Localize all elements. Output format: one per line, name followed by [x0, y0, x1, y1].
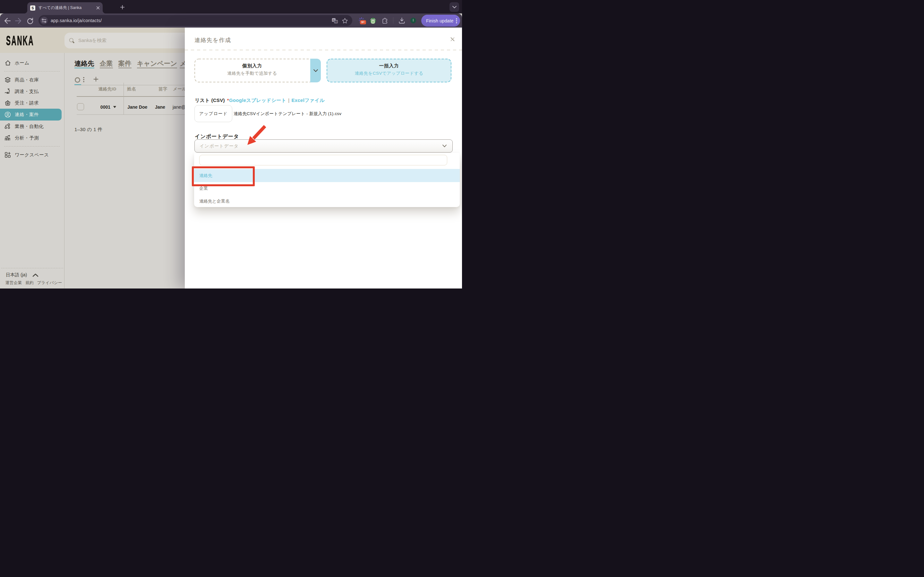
footer-link-privacy[interactable]: プライバシー: [37, 280, 62, 285]
column-header-first-name[interactable]: 苗字: [158, 86, 168, 92]
sidebar-item-label: 調達・支払: [15, 89, 39, 95]
cell-email[interactable]: jane@: [173, 103, 186, 111]
profile-avatar[interactable]: I: [410, 18, 416, 23]
address-bar[interactable]: app.sanka.io/ja/contacts/ G文: [39, 15, 352, 26]
tab-companies[interactable]: 企業: [100, 60, 113, 68]
cell-full-name[interactable]: Jane Doe: [128, 103, 147, 111]
sidebar-item-label: ホーム: [15, 60, 29, 66]
content-tabs: 連絡先 企業 案件 キャンペーン メ: [74, 60, 186, 68]
view-circle-icon[interactable]: [75, 77, 80, 83]
extension-badge: 9+: [360, 20, 366, 24]
annotation-rectangle: [192, 166, 255, 186]
sidebar-item-contacts-deals[interactable]: 連絡・案件: [0, 109, 61, 121]
site-settings-icon[interactable]: [40, 17, 48, 24]
tab-title: すべての連絡先 | Sanka: [39, 5, 96, 11]
extensions-puzzle-icon[interactable]: [381, 17, 389, 24]
finish-update-button[interactable]: Finish update: [421, 15, 460, 27]
chart-icon: [5, 135, 11, 141]
frog-extension-icon[interactable]: [369, 17, 376, 24]
sidebar-footer-divider: [1, 268, 63, 268]
individual-entry-subtitle: 連絡先を手動で追加する: [194, 71, 310, 76]
downloads-icon[interactable]: [398, 17, 405, 24]
translate-icon[interactable]: G文: [332, 18, 338, 23]
finish-update-label: Finish update: [426, 18, 453, 23]
upload-button[interactable]: アップロード: [194, 105, 232, 122]
browser-window: S すべての連絡先 | Sanka app.sanka.io/ja/contac…: [0, 0, 462, 288]
sidebar-footer-links: 運営企業 規約 プライバシー: [5, 280, 65, 285]
individual-entry-title: 個別入力: [194, 63, 310, 69]
modal-title-divider: [185, 50, 462, 50]
browser-menu-dots-icon[interactable]: [456, 18, 457, 23]
import-data-select[interactable]: インポートデータ: [194, 139, 453, 153]
column-header-full-name[interactable]: 姓名: [127, 86, 136, 92]
tab-strip-chevron-button[interactable]: [449, 2, 459, 12]
sidebar-item-orders-invoices[interactable]: 受注・請求: [0, 97, 64, 109]
tab-close-icon[interactable]: [96, 6, 100, 10]
contact-id-value: 0001: [100, 103, 110, 111]
modal-close-icon[interactable]: [450, 37, 455, 41]
new-tab-button[interactable]: [118, 2, 127, 12]
pagination-count: 1–30 の 1 件: [74, 127, 103, 133]
forward-button[interactable]: [15, 17, 22, 25]
modal-title: 連絡先を作成: [194, 36, 231, 44]
person-circle-icon: [5, 111, 11, 118]
cell-first-name[interactable]: Jane: [155, 103, 165, 111]
annotation-arrow: [244, 122, 270, 148]
sidebar-nav: ホーム 商品・在庫 調達・支払 受注・請求 連絡・案件: [0, 53, 64, 161]
individual-entry-option[interactable]: 個別入力 連絡先を手動で追加する: [194, 59, 321, 82]
sidebar-divider: [4, 146, 60, 147]
back-button[interactable]: [3, 17, 11, 25]
language-selector[interactable]: 日本語 (ja): [6, 272, 39, 278]
bulk-entry-option[interactable]: 一括入力 連絡先をCSVでアップロードする: [326, 59, 451, 82]
row-checkbox[interactable]: [77, 103, 84, 110]
row-expand-caret-icon[interactable]: [113, 106, 116, 108]
view-options-dots-icon[interactable]: [83, 77, 84, 82]
footer-link-company[interactable]: 運営企業: [5, 280, 22, 285]
layers-icon: [5, 77, 11, 83]
app-logo[interactable]: SANKA: [6, 36, 34, 45]
select-chevron-icon: [443, 145, 447, 147]
tab-campaigns[interactable]: キャンペーン: [137, 60, 177, 68]
search-icon: [69, 38, 75, 44]
browser-tab[interactable]: S すべての連絡先 | Sanka: [27, 2, 103, 13]
column-header-contact-id[interactable]: 連絡先ID: [83, 86, 116, 92]
sidebar-item-operations-automation[interactable]: 業務・自動化: [0, 121, 64, 132]
sidebar-item-products-inventory[interactable]: 商品・在庫: [0, 74, 64, 85]
dropdown-search-input[interactable]: [199, 155, 447, 165]
link-separator: |: [288, 97, 289, 103]
sidebar-divider: [4, 71, 60, 71]
workspace-grid-icon: [5, 152, 11, 158]
csv-list-row: リスト (CSV) * Googleスプレッドシート | Excelファイル: [195, 97, 325, 103]
individual-entry-chevron-button[interactable]: [310, 59, 321, 82]
tab-contacts[interactable]: 連絡先: [74, 60, 94, 68]
dropdown-option-contacts-companies[interactable]: 連絡先と企業名: [194, 195, 460, 208]
excel-file-link[interactable]: Excelファイル: [291, 97, 325, 103]
sidebar-item-analytics-forecast[interactable]: 分析・予測: [0, 132, 64, 143]
svg-text:文: 文: [334, 20, 337, 23]
sidebar-item-label: 商品・在庫: [15, 77, 39, 83]
sidebar-item-label: 業務・自動化: [15, 123, 44, 129]
sidebar-item-workspace[interactable]: ワークスペース: [0, 149, 64, 161]
workflow-nodes-icon: [5, 123, 11, 129]
table-row-border: [77, 114, 185, 115]
search-placeholder: Sankaを検索: [78, 37, 107, 44]
home-icon: [5, 60, 11, 66]
footer-link-terms[interactable]: 規約: [25, 280, 34, 285]
url-text[interactable]: app.sanka.io/ja/contacts/: [51, 18, 332, 23]
address-bar-actions: G文: [332, 18, 348, 23]
hand-bag-icon: [5, 88, 11, 95]
reload-button[interactable]: [26, 17, 34, 25]
cell-contact-id[interactable]: 0001: [83, 103, 116, 111]
tab-deals[interactable]: 案件: [118, 60, 132, 68]
bookmark-star-icon[interactable]: [342, 18, 348, 23]
sidebar-item-label: 分析・予測: [15, 135, 39, 141]
language-label: 日本語 (ja): [6, 272, 27, 278]
add-view-button[interactable]: [94, 77, 99, 82]
google-sheet-link[interactable]: Googleスプレッドシート: [229, 97, 286, 103]
basket-icon: [5, 100, 11, 106]
sidebar-item-procurement-payments[interactable]: 調達・支払: [0, 85, 64, 97]
sidebar-item-home[interactable]: ホーム: [0, 57, 64, 69]
create-contact-modal: 連絡先を作成 個別入力 連絡先を手動で追加する 一括入力 連絡先をCSVでアップ…: [185, 27, 462, 288]
chevron-up-icon: [32, 274, 39, 277]
table-header-border: [77, 96, 185, 97]
